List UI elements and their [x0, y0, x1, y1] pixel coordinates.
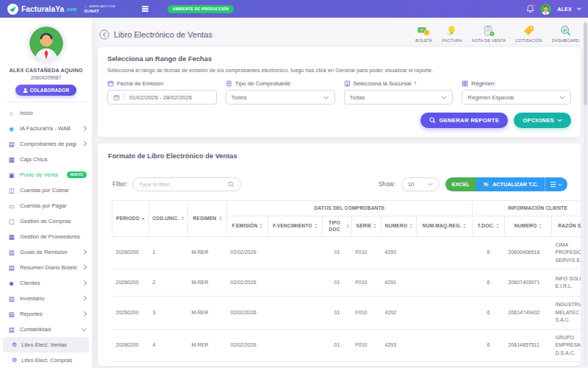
col-header-numero[interactable]: NUMERO	[381, 216, 417, 236]
col-header-t-doc[interactable]: T.DOC.	[473, 216, 505, 236]
sort-icon	[315, 224, 318, 227]
col-header-regimen[interactable]: REGIMEN	[188, 201, 227, 237]
colaborador-button[interactable]: COLABORADOR	[15, 85, 77, 96]
cell-periodo: 20260200	[112, 236, 149, 269]
col-header-num-maq-reg[interactable]: NUM.MAQ.REG.	[417, 216, 473, 236]
table-row[interactable]: 20260200 4 M-RER 02/02/2026 01 F010 4293…	[112, 329, 581, 362]
actualizar-tc-button[interactable]: ACTUALIZAR T.C.	[476, 177, 545, 191]
cell-periodo: 20260200	[112, 329, 149, 362]
gear-icon: ⚙	[12, 357, 17, 364]
sidebar-item-inventario[interactable]: ▥ Inventario	[0, 291, 92, 306]
reports-icon: ▧	[7, 311, 15, 318]
document-icon	[226, 80, 232, 87]
col-header-tipo-doc[interactable]: TIPO DOC	[323, 216, 352, 236]
cell-numero: 4291	[381, 269, 417, 297]
notifications-bell-icon[interactable]	[526, 4, 534, 13]
sidebar-item-ia-facturalya[interactable]: ◉ IA FacturalYa - WAB	[0, 121, 92, 136]
cell-num-maq-reg	[417, 297, 473, 330]
cell-t-doc: 6	[473, 329, 505, 362]
brand-name: FacturalaYa	[21, 5, 64, 13]
quick-action-boleta[interactable]: $ BOLETA	[415, 25, 432, 43]
sidebar-subitem-libro-elect-compras[interactable]: ⚙ Libro Elect. Compras	[0, 353, 92, 368]
table-filter-input[interactable]	[139, 181, 225, 188]
back-arrow-icon[interactable]	[99, 29, 110, 40]
tipo-comprobante-select[interactable]: Todos	[226, 90, 335, 105]
sidebar-item-cuentas-por-pagar[interactable]: ▭ Cuentas por Pagar	[0, 198, 92, 213]
table-row[interactable]: 20260200 1 M-RER 02/02/2026 01 F010 4290…	[112, 236, 581, 269]
sales-table: PERIODO COD.UNIC. REGIMEN DATOS DEL COMP…	[112, 200, 581, 366]
chevron-right-icon	[81, 250, 87, 254]
show-label: Show:	[379, 181, 395, 188]
date-range-input[interactable]: 01/02/2026 - 28/02/2026	[107, 90, 217, 105]
quick-action-dashboard[interactable]: DASHBOARD	[552, 25, 579, 43]
col-header-f-emision[interactable]: F.EMISIÓN	[227, 216, 268, 236]
sort-icon	[373, 224, 376, 227]
scrollbar-thumb[interactable]	[584, 23, 587, 105]
sidebar-item-reportes[interactable]: ▧ Reportes	[0, 306, 92, 322]
sidebar-item-inicio[interactable]: ⌂ Inicio	[0, 105, 92, 121]
cell-tipo-doc: 01	[323, 297, 352, 330]
brand-suffix: .com	[65, 7, 76, 12]
calculator-icon: ▦	[7, 156, 15, 163]
col-header-razon-social[interactable]: RAZÓN SOCIAL	[552, 216, 581, 236]
gear-icon: ⚙	[12, 342, 17, 348]
menu-toggle-icon[interactable]	[142, 6, 148, 11]
col-header-serie[interactable]: SERIE	[352, 216, 381, 236]
user-avatar[interactable]	[540, 4, 551, 15]
cell-cliente-numero: 20614857511	[505, 329, 552, 362]
sidebar-subitem-libro-elect-ventas[interactable]: ⚙ Libro Elect. Ventas	[3, 337, 89, 353]
table-row[interactable]: 20260200 5 M-RER 02/02/2026 01 F010 4294…	[112, 362, 581, 366]
cell-tipo-doc: 01	[323, 236, 352, 269]
chevron-down-icon	[577, 6, 581, 10]
tipo-comprobante-value: Todos	[232, 94, 247, 101]
page-scrollbar[interactable]	[584, 21, 587, 366]
brand-logo[interactable]: FacturalaYa .com	[7, 4, 77, 15]
col-header-cliente-numero[interactable]: NUMERO	[505, 216, 552, 236]
cell-num-maq-reg	[417, 362, 473, 366]
sidebar-item-gestion-compras[interactable]: ▢ Gestión de Compras	[0, 213, 92, 229]
user-name[interactable]: ALEX	[557, 7, 572, 12]
cell-tipo-doc: 01	[323, 269, 352, 297]
sidebar-item-label: Inicio	[20, 110, 87, 116]
generar-reporte-button[interactable]: GENERAR REPORTE	[420, 113, 508, 128]
search-icon	[228, 181, 234, 188]
cell-numero: 4290	[381, 236, 417, 269]
sidebar-item-guias-remision[interactable]: ▥ Guías de Remisión	[0, 244, 92, 260]
cell-f-vencimiento	[268, 269, 323, 297]
table-row[interactable]: 20260200 3 M-RER 02/02/2026 01 F010 4292…	[112, 297, 581, 330]
sidebar-item-cuentas-por-cobrar[interactable]: ◫ Cuentas por Cobrar	[0, 183, 92, 198]
sort-icon	[463, 224, 466, 227]
table-menu-button[interactable]	[545, 177, 567, 191]
required-asterisk: *	[414, 80, 416, 87]
col-header-f-vencimiento[interactable]: F.VENCIMIENTO	[268, 216, 323, 236]
grid-icon	[462, 80, 468, 87]
excel-button[interactable]: EXCEL	[445, 177, 476, 191]
sidebar-item-caja-chica[interactable]: ▦ Caja Chica	[0, 152, 92, 167]
sidebar-item-punto-de-venta[interactable]: ▣ Punto de Venta NUEVO	[0, 167, 92, 183]
quick-action-nota-de-venta[interactable]: NOTA DE VENTA	[472, 25, 506, 43]
col-header-cod-unic[interactable]: COD.UNIC.	[149, 201, 188, 237]
sidebar-item-comprobantes[interactable]: ▤ Comprobantes de pago	[0, 136, 92, 152]
sidebar-item-clientes[interactable]: ☻ Clientes	[0, 275, 92, 291]
cell-tipo-doc: 01	[323, 362, 352, 366]
quick-action-factura[interactable]: FACTURA	[442, 25, 462, 43]
table-row[interactable]: 20260200 2 M-RER 02/02/2026 01 F010 4291…	[112, 269, 581, 297]
report-card-title: Formato de Libro Electrónico de Ventas	[98, 152, 581, 160]
col-header-periodo[interactable]: PERIODO	[112, 201, 149, 237]
cell-cliente-numero: 20607403971	[505, 269, 552, 297]
regimen-select[interactable]: Régimen Especial	[462, 90, 571, 105]
sidebar-item-resumen-diario[interactable]: ▤ Resumen Diario Boletas	[0, 260, 92, 275]
sidebar-item-gestion-proveedores[interactable]: ▦ Gestión de Proveedores	[0, 229, 92, 244]
sucursal-select[interactable]: Todas	[344, 90, 453, 105]
page-size-select[interactable]: 10	[401, 177, 440, 191]
chevron-down-icon	[558, 183, 562, 186]
profile-avatar[interactable]	[27, 24, 65, 63]
cell-f-emision: 02/02/2026	[227, 269, 268, 297]
cell-cliente-numero: 20541612042	[505, 362, 552, 366]
chevron-down-icon	[559, 96, 565, 99]
sidebar-item-contabilidad[interactable]: ▤ Contabilidad	[0, 322, 92, 337]
sidebar: ALEX CASTAÑEDA AQUINO 20604209987 COLABO…	[0, 18, 92, 368]
topbar: FacturalaYa .com ✓VERIFICADO POR SUNAT A…	[0, 0, 588, 18]
opciones-button[interactable]: OPCIONES	[514, 113, 571, 128]
quick-action-cotizacion[interactable]: COTIZACIÓN	[515, 25, 542, 43]
